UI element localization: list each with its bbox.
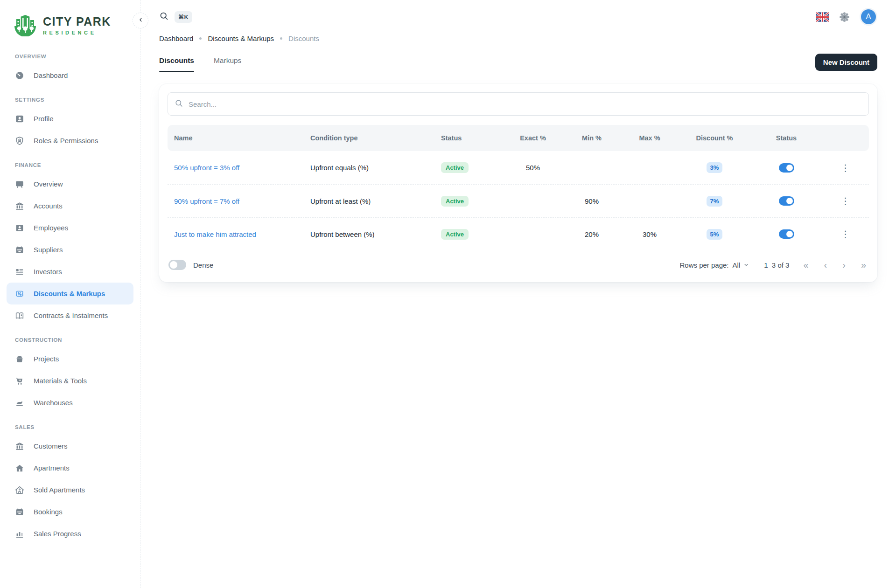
search-icon <box>175 99 183 110</box>
status-toggle[interactable] <box>779 163 794 173</box>
discount-percent-pill: 5% <box>707 229 723 240</box>
sidebar-item-label: Contracts & Instalments <box>34 311 108 319</box>
brand-subtitle: RESIDENCE <box>43 30 111 35</box>
sidebar-item-accounts[interactable]: Accounts <box>7 195 133 217</box>
next-page-button[interactable]: › <box>842 260 846 270</box>
first-page-button[interactable]: « <box>803 260 808 270</box>
cart-icon <box>14 375 25 387</box>
sidebar-collapse-button[interactable] <box>133 13 148 28</box>
status-toggle[interactable] <box>779 229 794 239</box>
discount-name-link[interactable]: Just to make him attracted <box>174 230 256 238</box>
row-actions-kebab-icon[interactable]: ⋮ <box>838 161 853 174</box>
column-header-exact: Exact % <box>504 134 562 142</box>
sidebar-item-apartments[interactable]: Apartments <box>7 457 133 479</box>
row-actions-kebab-icon[interactable]: ⋮ <box>838 194 853 208</box>
status-badge: Active <box>441 196 469 207</box>
bank-icon <box>14 441 25 452</box>
exact-cell: 50% <box>504 164 562 172</box>
sidebar-item-label: Overview <box>34 180 63 188</box>
tab-discounts[interactable]: Discounts <box>159 56 194 72</box>
dense-toggle[interactable] <box>168 260 186 270</box>
column-header-toggle-status: Status <box>751 134 822 142</box>
new-discount-button[interactable]: New Discount <box>815 54 877 71</box>
status-toggle[interactable] <box>779 196 794 206</box>
table-row: 90% upfront = 7% off Upfront at least (%… <box>168 184 869 217</box>
gauge-icon <box>14 70 25 81</box>
sidebar-item-label: Dashboard <box>34 71 68 79</box>
sidebar-item-sold-apartments[interactable]: Sold Apartments <box>7 479 133 501</box>
search-icon <box>159 11 169 23</box>
section-label-sales: SALES <box>7 414 133 435</box>
trowel-icon <box>14 397 25 408</box>
sidebar-item-materials-tools[interactable]: Materials & Tools <box>7 370 133 392</box>
breadcrumb-separator-dot <box>199 37 202 40</box>
rows-per-page-value: All <box>733 261 741 269</box>
min-cell: 20% <box>562 230 621 238</box>
sidebar-item-dashboard[interactable]: Dashboard <box>7 64 133 86</box>
home-outline-icon <box>14 484 25 496</box>
last-page-button[interactable]: » <box>861 260 866 270</box>
discount-name-link[interactable]: 50% upfront = 3% off <box>174 164 239 172</box>
discount-percent-pill: 3% <box>707 162 723 173</box>
status-badge: Active <box>441 229 469 240</box>
column-header-max: Max % <box>621 134 678 142</box>
breadcrumb-dashboard[interactable]: Dashboard <box>159 35 193 42</box>
sidebar-item-label: Apartments <box>34 464 70 472</box>
brand-logo-icon <box>13 12 37 38</box>
brand-logo[interactable]: CITY PARK RESIDENCE <box>7 9 133 43</box>
sidebar-item-sales-progress[interactable]: Sales Progress <box>7 523 133 545</box>
sidebar-item-employees[interactable]: Employees <box>7 217 133 239</box>
discount-name-link[interactable]: 90% upfront = 7% off <box>174 197 239 205</box>
topbar: ⌘K <box>159 0 877 27</box>
sidebar-item-warehouses[interactable]: Warehouses <box>7 392 133 414</box>
settings-gear-icon[interactable] <box>839 11 850 23</box>
table-row: Just to make him attracted Upfront betwe… <box>168 217 869 250</box>
board-icon <box>14 179 25 190</box>
column-header-discount: Discount % <box>678 134 751 142</box>
global-search-button[interactable]: ⌘K <box>159 11 192 23</box>
list-icon <box>14 266 25 277</box>
sidebar-item-profile[interactable]: Profile <box>7 108 133 130</box>
sidebar-item-finance-overview[interactable]: Overview <box>7 173 133 195</box>
user-card-icon <box>14 113 25 125</box>
sidebar-item-label: Suppliers <box>34 246 63 254</box>
sidebar-nav: OVERVIEW Dashboard SETTINGS Profile Role… <box>7 43 133 545</box>
sidebar-item-label: Projects <box>34 355 59 363</box>
table-header-row: Name Condition type Status Exact % Min %… <box>168 125 869 151</box>
sidebar-item-projects[interactable]: Projects <box>7 348 133 370</box>
sidebar-item-label: Investors <box>34 268 62 276</box>
sidebar-item-discounts-markups[interactable]: Discounts & Markups <box>7 283 133 304</box>
badge-user-icon <box>14 222 25 234</box>
table-search-input[interactable] <box>189 100 862 108</box>
bar-chart-icon <box>14 528 25 540</box>
sidebar-item-roles-permissions[interactable]: Roles & Permissions <box>7 130 133 152</box>
max-cell: 30% <box>621 230 678 238</box>
previous-page-button[interactable]: ‹ <box>824 260 827 270</box>
sidebar-item-label: Customers <box>34 442 68 450</box>
tab-markups[interactable]: Markups <box>214 56 241 72</box>
language-flag-icon[interactable] <box>816 12 829 22</box>
section-label-finance: FINANCE <box>7 152 133 173</box>
sidebar-item-bookings[interactable]: Bookings <box>7 501 133 523</box>
user-avatar[interactable]: A <box>860 8 877 26</box>
brand-name: CITY PARK <box>43 15 111 28</box>
sidebar-item-label: Employees <box>34 224 68 232</box>
sidebar-item-contracts-instalments[interactable]: Contracts & Instalments <box>7 304 133 326</box>
breadcrumb-discounts-markups[interactable]: Discounts & Markups <box>208 35 274 42</box>
status-badge: Active <box>441 162 469 173</box>
breadcrumb-separator-dot <box>280 37 282 40</box>
sidebar-item-label: Profile <box>34 115 54 123</box>
chevron-left-icon <box>138 17 144 24</box>
condition-type-cell: Upfront equals (%) <box>308 164 438 172</box>
sidebar-item-label: Roles & Permissions <box>34 137 98 145</box>
chevron-down-icon <box>743 261 749 269</box>
sidebar-item-suppliers[interactable]: Suppliers <box>7 239 133 261</box>
row-actions-kebab-icon[interactable]: ⋮ <box>838 228 853 241</box>
column-header-condition-type: Condition type <box>308 134 438 142</box>
rows-per-page-select[interactable]: All <box>733 261 749 269</box>
sidebar: CITY PARK RESIDENCE OVERVIEW Dashboard S… <box>0 0 140 588</box>
sidebar-item-investors[interactable]: Investors <box>7 261 133 283</box>
breadcrumb-discounts-current: Discounts <box>288 35 319 42</box>
basket-icon <box>14 353 25 365</box>
sidebar-item-customers[interactable]: Customers <box>7 435 133 457</box>
